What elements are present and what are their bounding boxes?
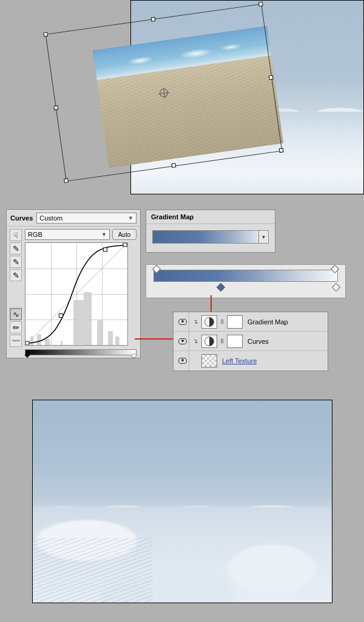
adjustment-thumbnail[interactable]	[201, 315, 217, 329]
smooth-icon: 〰	[12, 337, 20, 345]
dune-ridges	[33, 538, 152, 603]
eye-icon	[178, 338, 187, 344]
handle-mid-left[interactable]	[53, 105, 58, 110]
curves-preset-value: Custom	[39, 214, 62, 222]
curves-title: Curves	[10, 214, 33, 222]
auto-button[interactable]: Auto	[112, 229, 136, 240]
gradient-bar[interactable]	[153, 270, 338, 282]
mask-thumbnail[interactable]	[227, 335, 243, 348]
result-preview	[32, 400, 332, 603]
gradient-map-title: Gradient Map	[151, 213, 194, 220]
curve-point-tool[interactable]: ∿	[10, 308, 22, 320]
layer-row-left-texture[interactable]: Left Texture	[174, 351, 328, 371]
mask-thumbnail[interactable]	[227, 315, 243, 329]
handle-top-left[interactable]	[43, 32, 48, 37]
svg-rect-2	[59, 314, 62, 318]
chevron-down-icon: ▼	[101, 231, 107, 238]
visibility-toggle[interactable]	[176, 351, 189, 371]
svg-rect-1	[25, 341, 29, 345]
layer-row-gradient-map[interactable]: ↴ 𝟠 Gradient Map	[174, 312, 328, 332]
svg-rect-3	[103, 248, 107, 251]
link-icon: 𝟠	[220, 338, 224, 344]
clip-indicator-icon: ↴	[192, 338, 199, 344]
gradient-editor	[146, 264, 346, 298]
handle-bottom-left[interactable]	[64, 178, 69, 183]
curves-panel: Curves Custom ▼ ☟ ✎ ✎ ✎ ∿ ✏ 〰	[6, 210, 141, 358]
pencil-icon: ✏	[13, 324, 19, 332]
eye-icon	[178, 358, 187, 364]
color-stop-white[interactable]	[332, 283, 340, 292]
input-range-slider[interactable]	[25, 349, 136, 355]
sample-gray-eyedropper[interactable]: ✎	[10, 256, 22, 268]
gradient-picker-button[interactable]: ▼	[258, 231, 268, 243]
curves-tool-column: ☟ ✎ ✎ ✎ ∿ ✏ 〰	[9, 229, 22, 355]
link-icon: 𝟠	[220, 318, 224, 325]
curve-icon: ∿	[13, 310, 19, 318]
color-stop-blue[interactable]	[217, 283, 225, 292]
eyedropper-icon: ✎	[13, 258, 19, 266]
auto-label: Auto	[118, 231, 131, 238]
layer-name[interactable]: Curves	[245, 338, 269, 345]
svg-line-0	[25, 243, 127, 345]
transform-preview	[0, 0, 364, 207]
eyedropper-icon: ✎	[13, 245, 19, 253]
svg-rect-4	[123, 243, 127, 247]
clip-indicator-icon: ↴	[192, 318, 199, 325]
sample-white-eyedropper[interactable]: ✎	[10, 269, 22, 281]
sample-black-eyedropper[interactable]: ✎	[10, 242, 22, 255]
channel-value: RGB	[28, 231, 42, 238]
placed-layer[interactable]	[93, 26, 283, 168]
eye-icon	[178, 319, 187, 325]
curve-pencil-tool[interactable]: ✏	[10, 321, 22, 333]
layer-name[interactable]: Gradient Map	[245, 318, 288, 326]
black-point-handle[interactable]	[24, 355, 30, 361]
channel-dropdown[interactable]: RGB ▼	[25, 229, 110, 240]
visibility-toggle[interactable]	[176, 312, 189, 331]
gradient-map-panel: Gradient Map ▼	[146, 210, 275, 253]
visibility-toggle[interactable]	[176, 332, 189, 350]
chevron-down-icon: ▼	[128, 215, 133, 221]
gradient-preview[interactable]: ▼	[152, 230, 269, 244]
white-point-handle[interactable]	[131, 355, 137, 361]
layers-panel: ↴ 𝟠 Gradient Map ↴ 𝟠 Curves Left Texture	[173, 312, 328, 371]
curve-smooth-tool[interactable]: 〰	[10, 335, 22, 347]
adjustment-thumbnail[interactable]	[201, 335, 217, 348]
hand-icon: ☟	[13, 231, 18, 239]
curves-graph[interactable]	[25, 242, 128, 346]
eyedropper-icon: ✎	[13, 272, 19, 279]
layer-row-curves[interactable]: ↴ 𝟠 Curves	[174, 332, 328, 351]
layer-thumbnail[interactable]	[201, 354, 217, 367]
curves-preset-dropdown[interactable]: Custom ▼	[36, 213, 136, 224]
target-adjust-tool[interactable]: ☟	[10, 229, 22, 241]
layer-name[interactable]: Left Texture	[220, 357, 257, 364]
